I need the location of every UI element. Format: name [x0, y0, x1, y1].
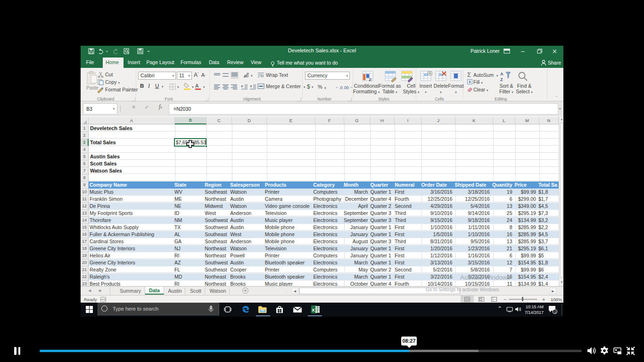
svg-text:▾: ▾	[192, 85, 194, 89]
svg-text:▾: ▾	[251, 74, 253, 77]
svg-text:Z: Z	[500, 77, 503, 82]
svg-text:A: A	[500, 72, 504, 76]
svg-text:X: X	[312, 307, 315, 313]
svg-text:1: 1	[554, 310, 556, 313]
svg-text:≥: ≥	[369, 76, 372, 82]
svg-text:A: A	[195, 83, 199, 89]
svg-text:▾: ▾	[203, 85, 205, 89]
svg-text:ab: ab	[244, 74, 248, 78]
svg-text:▾: ▾	[177, 85, 179, 89]
